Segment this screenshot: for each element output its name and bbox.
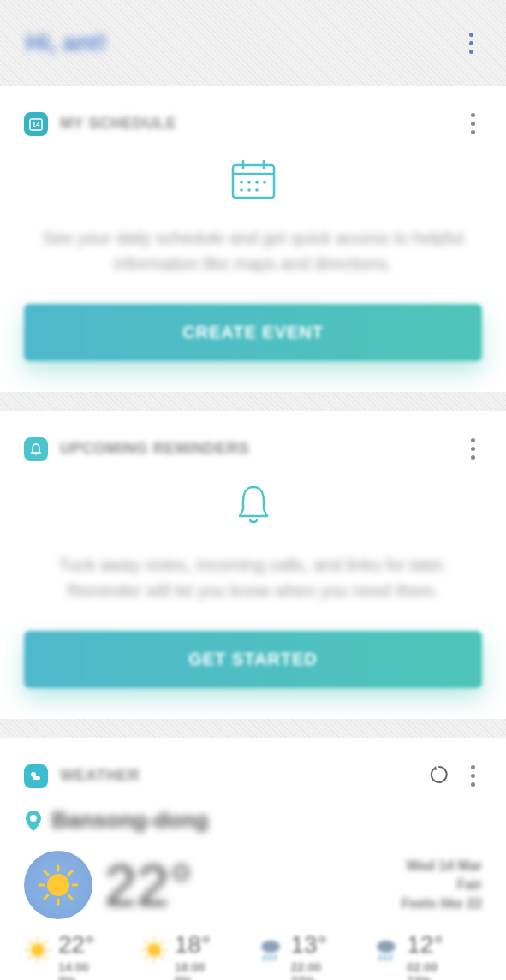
- schedule-title-group: 14 MY SCHEDULE: [24, 112, 176, 136]
- weather-condition: Fair: [402, 877, 482, 893]
- svg-line-31: [29, 957, 31, 959]
- rain-icon: [257, 936, 284, 964]
- svg-rect-2: [233, 165, 274, 198]
- svg-line-49: [390, 955, 391, 960]
- forecast-time: 22:00: [291, 960, 327, 974]
- forecast-temp: 22°: [58, 933, 94, 957]
- svg-line-45: [274, 955, 276, 960]
- weather-feels-like: Feels like 22: [402, 896, 482, 912]
- svg-point-9: [263, 181, 266, 184]
- weather-current: 22°: [24, 851, 193, 919]
- svg-line-48: [384, 955, 386, 960]
- calendar-large-icon: [24, 158, 482, 201]
- forecast-item[interactable]: 22° 14:00 0%: [24, 933, 134, 980]
- forecast-time: 18:00: [175, 960, 211, 974]
- weather-header: WEATHER: [24, 758, 482, 793]
- reminders-description: Tuck away notes, incoming calls, and lin…: [24, 552, 482, 603]
- schedule-title: MY SCHEDULE: [60, 115, 176, 133]
- current-weather-icon: [24, 851, 92, 919]
- svg-point-12: [255, 188, 259, 192]
- location-pin-icon: [24, 809, 43, 833]
- refresh-button[interactable]: [425, 760, 454, 793]
- weather-title-group: WEATHER: [24, 764, 140, 788]
- forecast-row: 22° 14:00 0% 18° 18:00 0% 13° 22:00 32%: [24, 933, 482, 980]
- location-name: Bansong-dong: [51, 807, 208, 834]
- svg-point-42: [261, 941, 280, 953]
- weather-icon: [24, 764, 48, 788]
- schedule-card: 14 MY SCHEDULE See your daily schedule a…: [0, 86, 506, 392]
- svg-line-32: [45, 941, 46, 943]
- forecast-item[interactable]: 13° 22:00 32%: [257, 933, 366, 980]
- forecast-time: 14:00: [58, 960, 94, 974]
- schedule-menu-button[interactable]: [464, 106, 482, 141]
- weather-card: WEATHER Bansong-dong: [0, 738, 506, 980]
- svg-point-24: [31, 943, 45, 957]
- svg-line-47: [379, 955, 381, 960]
- forecast-precip: 32%: [291, 974, 327, 980]
- rain-icon: [372, 936, 400, 964]
- svg-line-41: [161, 941, 163, 943]
- get-started-button[interactable]: GET STARTED: [24, 631, 482, 688]
- forecast-item[interactable]: 12° 02:00 74%: [372, 933, 482, 980]
- svg-text:14: 14: [33, 121, 40, 128]
- forecast-temp: 18°: [175, 933, 211, 957]
- bell-large-icon: [24, 484, 482, 528]
- svg-line-29: [29, 941, 31, 943]
- greeting-text: Hi, ant!: [26, 29, 107, 56]
- reminders-title: UPCOMING REMINDERS: [60, 440, 249, 458]
- current-temperature: 22°: [104, 856, 193, 914]
- svg-line-22: [45, 895, 48, 899]
- reminders-card: UPCOMING REMINDERS Tuck away notes, inco…: [0, 411, 506, 719]
- bell-icon: [24, 437, 48, 461]
- svg-point-6: [240, 181, 243, 184]
- reminders-menu-button[interactable]: [464, 431, 482, 466]
- weather-details: Wed 14 Mar Fair Feels like 22: [402, 858, 482, 912]
- weather-main: 22° Wed 14 Mar Fair Feels like 22: [24, 851, 482, 919]
- svg-line-44: [269, 955, 271, 960]
- schedule-description: See your daily schedule and get quick ac…: [24, 225, 482, 276]
- svg-line-21: [68, 895, 72, 899]
- sun-icon: [140, 936, 168, 964]
- svg-point-8: [255, 181, 259, 184]
- svg-line-40: [146, 957, 147, 959]
- forecast-temp: 12°: [407, 933, 443, 957]
- forecast-item[interactable]: 18° 18:00 0%: [140, 933, 250, 980]
- svg-line-43: [264, 955, 265, 960]
- location-row[interactable]: Bansong-dong: [24, 807, 482, 834]
- reminders-header: UPCOMING REMINDERS: [24, 431, 482, 466]
- svg-point-15: [47, 874, 69, 896]
- weather-menu-button[interactable]: [464, 758, 482, 793]
- svg-point-10: [240, 188, 243, 192]
- sun-icon: [24, 936, 51, 964]
- create-event-button[interactable]: CREATE EVENT: [24, 304, 482, 361]
- svg-line-23: [68, 871, 72, 875]
- header-menu-button[interactable]: [462, 26, 480, 61]
- weather-actions: [425, 758, 482, 793]
- weather-date: Wed 14 Mar: [402, 858, 482, 874]
- svg-line-30: [45, 957, 46, 959]
- svg-point-7: [247, 181, 251, 184]
- svg-point-46: [377, 941, 396, 953]
- svg-point-33: [147, 943, 161, 957]
- svg-point-11: [247, 188, 251, 192]
- svg-line-38: [146, 941, 147, 943]
- svg-point-14: [30, 815, 37, 822]
- forecast-temp: 13°: [291, 933, 327, 957]
- forecast-precip: 0%: [58, 974, 94, 980]
- schedule-header: 14 MY SCHEDULE: [24, 106, 482, 141]
- weather-title: WEATHER: [60, 767, 140, 785]
- forecast-time: 02:00: [407, 960, 443, 974]
- svg-line-39: [161, 957, 163, 959]
- forecast-precip: 0%: [175, 974, 211, 980]
- forecast-precip: 74%: [407, 974, 443, 980]
- reminders-title-group: UPCOMING REMINDERS: [24, 437, 249, 461]
- svg-line-20: [45, 871, 48, 875]
- app-header: Hi, ant!: [0, 0, 506, 86]
- calendar-icon: 14: [24, 112, 48, 136]
